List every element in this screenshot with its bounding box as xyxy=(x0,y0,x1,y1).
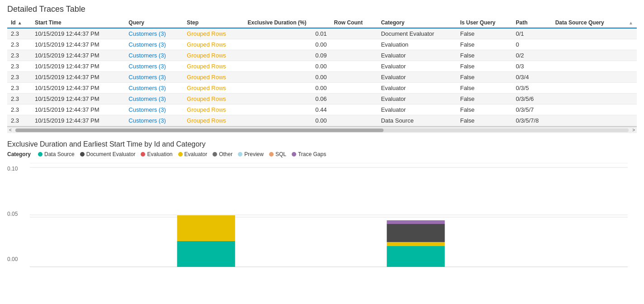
legend-item-preview: Preview xyxy=(238,151,264,157)
legend-text-evaluation: Evaluation xyxy=(147,151,172,157)
cell-5-3: Grouped Rows xyxy=(183,83,244,94)
cell-1-1: 10/15/2019 12:44:37 PM xyxy=(31,39,125,50)
horizontal-scrollbar[interactable]: < > xyxy=(7,127,637,133)
legend-text-other: Other xyxy=(219,151,232,157)
legend-dot-datasource xyxy=(38,152,43,157)
col-header-start-time[interactable]: Start Time xyxy=(31,18,125,28)
legend-dot-sql xyxy=(269,152,274,157)
legend-text-datasource: Data Source xyxy=(44,151,75,157)
cell-1-5 xyxy=(331,39,378,50)
table-row: 2.310/15/2019 12:44:37 PMCustomers (3)Gr… xyxy=(7,61,637,72)
cell-3-4: 0.00 xyxy=(244,61,330,72)
cell-1-8: 0 xyxy=(512,39,552,50)
legend-item-datasource: Data Source xyxy=(38,151,75,157)
traces-table-wrapper[interactable]: Id Start Time Query Step Exclusive Durat… xyxy=(7,18,637,127)
cell-8-4: 0.00 xyxy=(244,115,330,126)
cell-8-8: 0/3/5/7/8 xyxy=(512,115,552,126)
cell-5-6: Evaluator xyxy=(377,83,456,94)
cell-4-8: 0/3/4 xyxy=(512,72,552,83)
bar-311-trace-gaps xyxy=(387,220,445,224)
cell-1-4: 0.00 xyxy=(244,39,330,50)
table-row: 2.310/15/2019 12:44:37 PMCustomers (3)Gr… xyxy=(7,50,637,61)
legend-item-evaluation: Evaluation xyxy=(141,151,172,157)
scroll-track[interactable] xyxy=(15,128,629,132)
cell-3-7: False xyxy=(456,61,512,72)
cell-6-10 xyxy=(625,94,637,104)
bar-23-datasource xyxy=(177,241,235,267)
cell-7-8: 0/3/5/7 xyxy=(512,104,552,115)
cell-1-2: Customers (3) xyxy=(125,39,183,50)
cell-7-4: 0.44 xyxy=(244,104,330,115)
cell-2-9 xyxy=(552,50,625,61)
cell-2-8: 0/2 xyxy=(512,50,552,61)
cell-8-6: Data Source xyxy=(377,115,456,126)
scroll-left-button[interactable]: < xyxy=(7,128,14,133)
cell-2-4: 0.09 xyxy=(244,50,330,61)
cell-1-9 xyxy=(552,39,625,50)
cell-4-10 xyxy=(625,72,637,83)
cell-0-4: 0.01 xyxy=(244,28,330,39)
cell-1-10 xyxy=(625,39,637,50)
legend-dot-other xyxy=(213,152,217,157)
cell-6-6: Evaluator xyxy=(377,94,456,104)
col-header-step[interactable]: Step xyxy=(183,18,244,28)
cell-0-8: 0/1 xyxy=(512,28,552,39)
legend-text-document-evaluator: Document Evaluator xyxy=(86,151,136,157)
col-header-data-source-query[interactable]: Data Source Query xyxy=(552,18,625,28)
scroll-thumb[interactable] xyxy=(15,128,384,132)
cell-6-2: Customers (3) xyxy=(125,94,183,104)
legend-text-sql: SQL xyxy=(275,151,286,157)
cell-6-0: 2.3 xyxy=(7,94,31,104)
cell-3-8: 0/3 xyxy=(512,61,552,72)
cell-0-0: 2.3 xyxy=(7,28,31,39)
legend-dot-trace-gaps xyxy=(292,152,296,157)
cell-5-2: Customers (3) xyxy=(125,83,183,94)
cell-7-7: False xyxy=(456,104,512,115)
cell-5-9 xyxy=(552,83,625,94)
cell-3-9 xyxy=(552,61,625,72)
cell-5-4: 0.00 xyxy=(244,83,330,94)
col-header-id[interactable]: Id xyxy=(7,18,31,28)
chart-section: Exclusive Duration and Earliest Start Ti… xyxy=(7,140,637,280)
cell-6-3: Grouped Rows xyxy=(183,94,244,104)
cell-6-8: 0/3/5/6 xyxy=(512,94,552,104)
col-header-scroll-indicator: ▲ xyxy=(625,18,637,28)
table-row: 2.310/15/2019 12:44:37 PMCustomers (3)Gr… xyxy=(7,83,637,94)
cell-6-7: False xyxy=(456,94,512,104)
legend-item-other: Other xyxy=(213,151,232,157)
col-header-exclusive-duration[interactable]: Exclusive Duration (%) xyxy=(244,18,330,28)
table-row: 2.310/15/2019 12:44:37 PMCustomers (3)Gr… xyxy=(7,39,637,50)
col-header-query[interactable]: Query xyxy=(125,18,183,28)
col-header-path[interactable]: Path xyxy=(512,18,552,28)
cell-8-5 xyxy=(331,115,378,126)
cell-2-7: False xyxy=(456,50,512,61)
cell-2-2: Customers (3) xyxy=(125,50,183,61)
cell-5-1: 10/15/2019 12:44:37 PM xyxy=(31,83,125,94)
cell-5-10 xyxy=(625,83,637,94)
col-header-category[interactable]: Category xyxy=(377,18,456,28)
cell-6-1: 10/15/2019 12:44:37 PM xyxy=(31,94,125,104)
scroll-right-button[interactable]: > xyxy=(630,128,637,133)
legend-dot-document-evaluator xyxy=(80,152,85,157)
cell-3-10 xyxy=(625,61,637,72)
cell-0-7: False xyxy=(456,28,512,39)
cell-5-7: False xyxy=(456,83,512,94)
cell-2-6: Evaluator xyxy=(377,50,456,61)
col-header-row-count[interactable]: Row Count xyxy=(331,18,378,28)
table-row: 2.310/15/2019 12:44:37 PMCustomers (3)Gr… xyxy=(7,28,637,39)
cell-2-10 xyxy=(625,50,637,61)
cell-7-3: Grouped Rows xyxy=(183,104,244,115)
cell-2-5 xyxy=(331,50,378,61)
table-row: 2.310/15/2019 12:44:37 PMCustomers (3)Gr… xyxy=(7,104,637,115)
cell-6-9 xyxy=(552,94,625,104)
cell-1-7: False xyxy=(456,39,512,50)
cell-3-2: Customers (3) xyxy=(125,61,183,72)
cell-4-2: Customers (3) xyxy=(125,72,183,83)
cell-2-3: Grouped Rows xyxy=(183,50,244,61)
cell-4-0: 2.3 xyxy=(7,72,31,83)
col-header-is-user-query[interactable]: Is User Query xyxy=(456,18,512,28)
cell-7-9 xyxy=(552,104,625,115)
cell-8-0: 2.3 xyxy=(7,115,31,126)
table-header-row: Id Start Time Query Step Exclusive Durat… xyxy=(7,18,637,28)
cell-0-2: Customers (3) xyxy=(125,28,183,39)
